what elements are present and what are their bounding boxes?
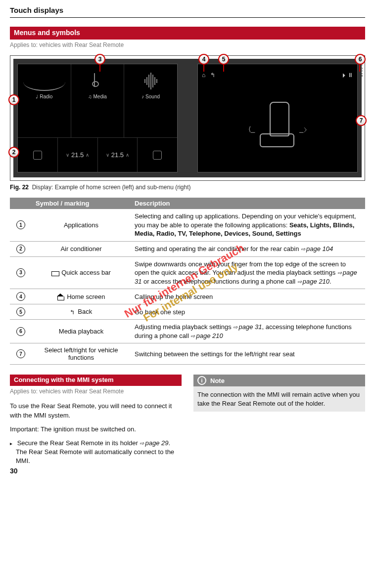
table-row: 5 ↰ Back Go back one step — [10, 304, 365, 320]
playback-icon: ⏵⏸ — [341, 72, 353, 79]
connecting-para2: Important: The ignition must be switched… — [10, 425, 182, 434]
row-symbol: Applications — [32, 209, 131, 241]
tile-radio-label: Radio — [40, 94, 52, 99]
temp-right-value: 21.5 — [111, 151, 124, 159]
row-symbol: Quick access bar — [32, 256, 131, 289]
row-number: 3 — [16, 268, 25, 277]
figure-caption-text: Display: Example of home screen (left) a… — [32, 184, 191, 191]
row-number: 6 — [16, 327, 25, 336]
seat-large-icon — [255, 102, 299, 156]
row-number: 5 — [16, 307, 25, 316]
figure-caption-label: Fig. 22 — [10, 184, 29, 191]
submenu-screen-mock: ⌂ ↰ ⏵⏸ ⟨⎯ ⎯⟩ — [197, 64, 358, 172]
row-number: 1 — [16, 220, 25, 229]
climate-seat-left — [18, 138, 58, 172]
section-heading-menus: Menus and symbols — [10, 27, 365, 40]
row-description: Adjusting media playback settings page 3… — [131, 320, 365, 343]
connecting-step1: Secure the Rear Seat Remote in its holde… — [10, 439, 182, 466]
table-row: 3 Quick access bar Swipe downwards once … — [10, 256, 365, 289]
desc-text: or access the telephone functions during… — [141, 278, 297, 285]
note-heading-label: Note — [210, 377, 225, 384]
tile-media-label: Media — [94, 94, 107, 99]
connecting-para1: To use the Rear Seat Remote, you will ne… — [10, 402, 182, 420]
home-icon: ⌂ — [202, 72, 205, 79]
page-number: 30 — [10, 467, 18, 475]
desc-text: Swipe downwards once with your finger fr… — [135, 260, 346, 277]
callout-line — [99, 65, 100, 72]
symbol-label: Quick access bar — [61, 269, 111, 276]
table-head-blank — [10, 198, 32, 209]
row-description: Calling up the home screen — [131, 289, 365, 304]
applies-to-menus: Applies to: vehicles with Rear Seat Remo… — [10, 42, 365, 48]
home-screen-mock: ♩ Radio ♫ Media ♪ Sound ∨21.5∧ — [17, 64, 178, 172]
row-symbol: Select left/right for vehicle functions — [32, 343, 131, 365]
row-description: Setting and operating the air conditione… — [131, 241, 365, 256]
symbols-table: Symbol / marking Description 1 Applicati… — [10, 198, 365, 365]
page-ref: page 210 — [190, 332, 223, 339]
temp-left-value: 21.5 — [71, 151, 84, 159]
back-icon: ↰ — [70, 308, 74, 316]
callout-line — [359, 65, 360, 72]
callout-3: 3 — [94, 54, 105, 65]
table-head-symbol: Symbol / marking — [32, 198, 131, 209]
row-description: Switching between the settings for the l… — [131, 343, 365, 365]
callout-7: 7 — [356, 115, 367, 126]
note-heading: i Note — [193, 375, 365, 386]
climate-temp-right: ∨21.5∧ — [98, 138, 138, 172]
music-note-icon — [94, 73, 101, 87]
page-ref: page 29 — [140, 439, 168, 447]
callout-6: 6 — [355, 54, 366, 65]
symbol-label: Home screen — [67, 293, 105, 300]
tile-radio: ♩ Radio — [18, 64, 71, 137]
soundwave-icon — [135, 71, 167, 91]
figure-home-screen: RAH-9145 3 4 5 6 1 2 7 ♩ Radio ♫ Media — [10, 55, 365, 181]
quick-access-icon — [51, 271, 59, 276]
tile-sound: ♪ Sound — [124, 64, 177, 137]
step-text: Secure the Rear Seat Remote in its holde… — [17, 439, 140, 447]
home-icon — [57, 294, 63, 300]
section-heading-connecting: Connecting with the MMI system — [10, 375, 182, 386]
climate-temp-left: ∨21.5∧ — [58, 138, 98, 172]
row-description: Selecting and calling up applications. D… — [131, 209, 365, 241]
callout-5: 5 — [218, 54, 229, 65]
table-row: 4 Home screen Calling up the home screen — [10, 289, 365, 304]
row-number: 7 — [16, 349, 25, 358]
seat-icon — [33, 151, 42, 160]
row-number: 2 — [16, 245, 25, 253]
table-row: 6 Media playback Adjusting media playbac… — [10, 320, 365, 343]
desc-text: . — [329, 278, 331, 285]
table-head-description: Description — [131, 198, 365, 209]
seat-icon — [153, 151, 162, 160]
arrow-right-icon: ⎯⟩ — [299, 125, 307, 133]
callout-1: 1 — [8, 94, 19, 105]
table-row: 7 Select left/right for vehicle function… — [10, 343, 365, 365]
page-ref: page 210 — [297, 278, 329, 285]
desc-text: Adjusting media playback settings — [135, 323, 233, 331]
callout-line — [223, 65, 224, 72]
figure-caption: Fig. 22 Display: Example of home screen … — [10, 184, 365, 191]
climate-seat-right — [138, 138, 177, 172]
page-ref: page 104 — [301, 245, 333, 252]
row-symbol: Home screen — [32, 289, 131, 304]
radio-wave-icon — [23, 73, 65, 91]
table-row: 2 Air conditioner Setting and operating … — [10, 241, 365, 256]
back-icon: ↰ — [210, 72, 215, 79]
row-description: Go back one step — [131, 304, 365, 320]
page-title: Touch displays — [10, 6, 365, 18]
desc-text: Setting and operating the air conditione… — [135, 245, 301, 252]
callout-4: 4 — [198, 54, 209, 65]
page-ref: page 31 — [233, 323, 262, 331]
row-symbol: Air conditioner — [32, 241, 131, 256]
table-row: 1 Applications Selecting and calling up … — [10, 209, 365, 241]
row-symbol: ↰ Back — [32, 304, 131, 320]
tile-sound-label: Sound — [145, 94, 160, 99]
symbol-label: Back — [78, 308, 92, 315]
note-body: The connection with the MMI will remain … — [193, 386, 365, 412]
row-description: Swipe downwards once with your finger fr… — [131, 256, 365, 289]
row-number: 4 — [16, 292, 25, 301]
tile-media: ♫ Media — [71, 64, 125, 137]
arrow-left-icon: ⟨⎯ — [248, 125, 255, 133]
callout-line — [203, 65, 204, 72]
info-icon: i — [197, 376, 206, 385]
callout-2: 2 — [8, 147, 19, 158]
